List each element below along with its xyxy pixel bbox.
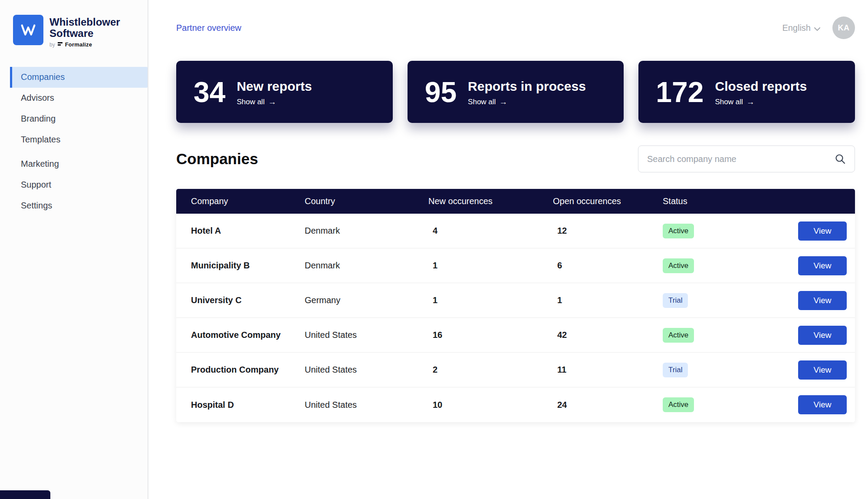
logo: Whistleblower Software by Formalize [0, 0, 148, 49]
sidebar-item-branding[interactable]: Branding [0, 109, 148, 129]
whistleblower-logo-icon [13, 15, 43, 45]
sidebar-item-label: Templates [21, 135, 60, 145]
open-occurences-value: 6 [553, 261, 663, 271]
show-all-link[interactable]: Show all → [715, 97, 807, 107]
sidebar-item-label: Advisors [21, 93, 54, 103]
language-selector[interactable]: English [782, 23, 820, 33]
view-button[interactable]: View [798, 221, 847, 241]
formalize-logo-icon [57, 41, 63, 49]
page-title: Companies [176, 150, 258, 168]
table-row: Production Company United States 2 11 Tr… [176, 353, 855, 387]
show-all-label: Show all [237, 98, 264, 106]
sidebar-item-label: Support [21, 180, 51, 190]
topbar: Partner overview English KA [176, 17, 855, 39]
show-all-link[interactable]: Show all → [237, 97, 312, 107]
table-row: Automotive Company United States 16 42 A… [176, 318, 855, 353]
column-header-status: Status [663, 196, 790, 206]
company-name: University C [176, 295, 305, 305]
sidebar-item-label: Settings [21, 201, 52, 211]
open-occurences-value: 12 [553, 226, 663, 236]
column-header-new-occurences: New occurences [428, 196, 553, 206]
brand-name-line2: Software [49, 28, 120, 39]
logo-text: Whistleblower Software by Formalize [49, 15, 120, 49]
stat-card-reports-in-process: 95 Reports in process Show all → [408, 61, 624, 123]
avatar[interactable]: KA [832, 17, 855, 39]
sidebar-item-companies[interactable]: Companies [10, 67, 148, 88]
search-box [638, 145, 855, 172]
company-country: Denmark [305, 226, 428, 236]
arrow-right-icon: → [746, 97, 755, 107]
sidebar-item-support[interactable]: Support [0, 175, 148, 195]
view-button[interactable]: View [798, 326, 847, 345]
sidebar-item-label: Branding [21, 114, 56, 124]
language-label: English [782, 23, 811, 33]
stat-label: Reports in process [468, 79, 586, 94]
stat-card-closed-reports: 172 Closed reports Show all → [638, 61, 855, 123]
sidebar-item-label: Companies [21, 72, 65, 82]
status-badge: Active [663, 397, 694, 412]
bottom-widget[interactable] [0, 490, 50, 499]
new-occurences-value: 1 [428, 295, 553, 305]
company-country: United States [305, 400, 428, 410]
status-badge: Active [663, 328, 694, 343]
stat-cards: 34 New reports Show all → 95 Reports in … [176, 61, 855, 123]
sidebar-item-marketing[interactable]: Marketing [0, 154, 148, 175]
column-header-open-occurences: Open occurences [553, 196, 663, 206]
new-occurences-value: 4 [428, 226, 553, 236]
stat-value: 34 [194, 78, 225, 106]
show-all-label: Show all [468, 98, 496, 106]
byline-prefix: by [49, 42, 55, 48]
stat-label: New reports [237, 79, 312, 94]
show-all-link[interactable]: Show all → [468, 97, 586, 107]
stat-value: 172 [656, 78, 704, 106]
breadcrumb[interactable]: Partner overview [176, 23, 241, 33]
open-occurences-value: 11 [553, 365, 663, 375]
new-occurences-value: 1 [428, 261, 553, 271]
company-country: United States [305, 365, 428, 375]
table-header-row: Company Country New occurences Open occu… [176, 189, 855, 214]
view-button[interactable]: View [798, 291, 847, 310]
table-row: Hospital D United States 10 24 Active Vi… [176, 387, 855, 422]
sidebar: Whistleblower Software by Formalize Comp… [0, 0, 148, 499]
sidebar-item-templates[interactable]: Templates [0, 129, 148, 150]
arrow-right-icon: → [268, 97, 276, 107]
company-name: Hospital D [176, 400, 305, 410]
stat-card-new-reports: 34 New reports Show all → [176, 61, 393, 123]
new-occurences-value: 2 [428, 365, 553, 375]
open-occurences-value: 42 [553, 330, 663, 340]
status-badge: Active [663, 224, 694, 238]
sidebar-item-advisors[interactable]: Advisors [0, 88, 148, 109]
stat-label: Closed reports [715, 79, 807, 94]
show-all-label: Show all [715, 98, 743, 106]
column-header-country: Country [305, 196, 428, 206]
status-badge: Trial [663, 363, 688, 377]
status-badge: Trial [663, 293, 688, 308]
company-country: Germany [305, 295, 428, 305]
main-content: Partner overview English KA 34 New repor… [148, 0, 868, 499]
companies-section-head: Companies [176, 145, 855, 172]
brand-byline: by Formalize [49, 41, 120, 49]
table-row: Hotel A Denmark 4 12 Active View [176, 214, 855, 248]
app-root: Whistleblower Software by Formalize Comp… [0, 0, 868, 499]
arrow-right-icon: → [499, 97, 507, 107]
company-name: Production Company [176, 365, 305, 375]
company-name: Municipality B [176, 261, 305, 271]
search-input[interactable] [647, 154, 835, 164]
status-badge: Active [663, 258, 694, 273]
sidebar-item-label: Marketing [21, 159, 59, 169]
open-occurences-value: 1 [553, 295, 663, 305]
view-button[interactable]: View [798, 256, 847, 275]
new-occurences-value: 16 [428, 330, 553, 340]
brand-name-line1: Whistleblower [49, 17, 120, 28]
search-icon[interactable] [835, 153, 846, 165]
view-button[interactable]: View [798, 360, 847, 380]
table-row: Municipality B Denmark 1 6 Active View [176, 248, 855, 283]
view-button[interactable]: View [798, 395, 847, 414]
companies-table: Company Country New occurences Open occu… [176, 189, 855, 422]
sidebar-nav: Companies Advisors Branding Templates Ma… [0, 67, 148, 216]
byline-brand: Formalize [65, 41, 92, 48]
table-row: University C Germany 1 1 Trial View [176, 283, 855, 318]
sidebar-item-settings[interactable]: Settings [0, 195, 148, 216]
company-name: Hotel A [176, 226, 305, 236]
stat-value: 95 [425, 78, 457, 106]
